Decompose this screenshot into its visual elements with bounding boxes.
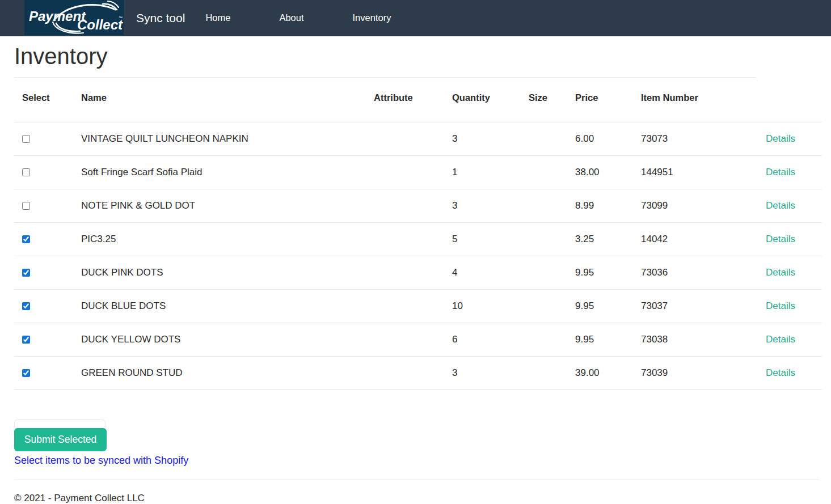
row-select-checkbox[interactable]	[22, 302, 30, 310]
item-attribute-cell	[369, 223, 448, 256]
page-title: Inventory	[14, 43, 831, 69]
item-quantity-cell: 1	[448, 156, 524, 189]
row-select-checkbox[interactable]	[22, 202, 30, 210]
details-cell: Details	[761, 189, 822, 223]
item-number-cell: 73073	[636, 122, 761, 156]
details-link[interactable]: Details	[766, 167, 795, 177]
row-select-checkbox[interactable]	[22, 135, 30, 143]
table-row: DUCK YELLOW DOTS 6 9.95 73038 Details	[14, 323, 822, 357]
details-cell: Details	[761, 156, 822, 189]
item-attribute-cell	[369, 156, 448, 189]
item-quantity-cell: 3	[448, 357, 524, 390]
col-header-quantity: Quantity	[448, 78, 524, 122]
item-attribute-cell	[369, 256, 448, 290]
payment-collect-logo-image: Payment Collect ™	[24, 0, 124, 35]
row-select-checkbox[interactable]	[22, 269, 30, 277]
item-size-cell	[524, 256, 571, 290]
item-size-cell	[524, 290, 571, 323]
row-select-checkbox[interactable]	[22, 168, 30, 176]
item-name-cell: VINTAGE QUILT LUNCHEON NAPKIN	[77, 122, 369, 156]
item-name-cell: GREEN ROUND STUD	[77, 357, 369, 390]
item-number-cell: 73036	[636, 256, 761, 290]
ghost-outline	[14, 419, 106, 427]
table-header-row: Select Name Attribute Quantity Size Pric…	[14, 78, 822, 122]
item-number-cell: 73039	[636, 357, 761, 390]
details-link[interactable]: Details	[766, 367, 795, 378]
details-cell: Details	[761, 256, 822, 290]
item-quantity-cell: 5	[448, 223, 524, 256]
item-number-cell: 73037	[636, 290, 761, 323]
page-footer: © 2021 - Payment Collect LLC	[14, 493, 831, 504]
select-cell	[14, 290, 77, 323]
col-header-name: Name	[77, 78, 369, 122]
select-cell	[14, 357, 77, 390]
main-nav: Home About Inventory	[205, 12, 391, 23]
details-link[interactable]: Details	[766, 234, 795, 244]
nav-link-inventory[interactable]: Inventory	[353, 12, 391, 23]
item-attribute-cell	[369, 122, 448, 156]
details-cell: Details	[761, 323, 822, 357]
item-name-cell: DUCK PINK DOTS	[77, 256, 369, 290]
details-link[interactable]: Details	[766, 300, 795, 311]
item-price-cell: 9.95	[571, 256, 636, 290]
item-number-cell: 73099	[636, 189, 761, 223]
table-row: DUCK BLUE DOTS 10 9.95 73037 Details	[14, 290, 822, 323]
footer-divider	[14, 480, 819, 480]
table-row: PIC3.25 5 3.25 14042 Details	[14, 223, 822, 256]
col-header-attribute: Attribute	[369, 78, 448, 122]
item-number-cell: 73038	[636, 323, 761, 357]
row-select-checkbox[interactable]	[22, 336, 30, 344]
row-select-checkbox[interactable]	[22, 235, 30, 243]
item-attribute-cell	[369, 323, 448, 357]
item-size-cell	[524, 122, 571, 156]
table-row: Soft Fringe Scarf Sofia Plaid 1 38.00 14…	[14, 156, 822, 189]
table-row: VINTAGE QUILT LUNCHEON NAPKIN 3 6.00 730…	[14, 122, 822, 156]
table-row: DUCK PINK DOTS 4 9.95 73036 Details	[14, 256, 822, 290]
col-header-price: Price	[571, 78, 636, 122]
item-price-cell: 39.00	[571, 357, 636, 390]
details-cell: Details	[761, 290, 822, 323]
table-row: GREEN ROUND STUD 3 39.00 73039 Details	[14, 357, 822, 390]
details-link[interactable]: Details	[766, 133, 795, 144]
sync-shopify-link[interactable]: Select items to be synced with Shopify	[14, 455, 188, 467]
col-header-item-number: Item Number	[636, 78, 761, 122]
details-link[interactable]: Details	[766, 200, 795, 211]
logo-word-collect: Collect	[77, 17, 123, 32]
nav-link-home[interactable]: Home	[205, 12, 230, 23]
item-name-cell: Soft Fringe Scarf Sofia Plaid	[77, 156, 369, 189]
brand-link[interactable]: Sync tool	[136, 11, 185, 25]
item-price-cell: 8.99	[571, 189, 636, 223]
item-name-cell: NOTE PINK & GOLD DOT	[77, 189, 369, 223]
select-cell	[14, 256, 77, 290]
col-header-size: Size	[524, 78, 571, 122]
item-name-cell: DUCK BLUE DOTS	[77, 290, 369, 323]
nav-link-about[interactable]: About	[279, 12, 303, 23]
item-quantity-cell: 6	[448, 323, 524, 357]
item-name-cell: PIC3.25	[77, 223, 369, 256]
logo-trademark: ™	[119, 16, 123, 20]
item-attribute-cell	[369, 357, 448, 390]
item-size-cell	[524, 223, 571, 256]
row-select-checkbox[interactable]	[22, 369, 30, 377]
submit-selected-button[interactable]: Submit Selected	[14, 428, 107, 451]
details-cell: Details	[761, 357, 822, 390]
item-quantity-cell: 3	[448, 122, 524, 156]
details-link[interactable]: Details	[766, 334, 795, 345]
main-content: Inventory Select Name Attribute Quantity…	[0, 43, 831, 504]
select-cell	[14, 156, 77, 189]
item-price-cell: 38.00	[571, 156, 636, 189]
item-size-cell	[524, 323, 571, 357]
item-price-cell: 6.00	[571, 122, 636, 156]
item-quantity-cell: 10	[448, 290, 524, 323]
item-name-cell: DUCK YELLOW DOTS	[77, 323, 369, 357]
details-cell: Details	[761, 223, 822, 256]
details-link[interactable]: Details	[766, 267, 795, 278]
inventory-table: Select Name Attribute Quantity Size Pric…	[14, 78, 822, 390]
item-size-cell	[524, 189, 571, 223]
payment-collect-logo[interactable]: Payment Collect ™	[24, 0, 124, 35]
details-cell: Details	[761, 122, 822, 156]
item-size-cell	[524, 357, 571, 390]
select-cell	[14, 122, 77, 156]
item-price-cell: 3.25	[571, 223, 636, 256]
col-header-actions	[761, 78, 822, 122]
